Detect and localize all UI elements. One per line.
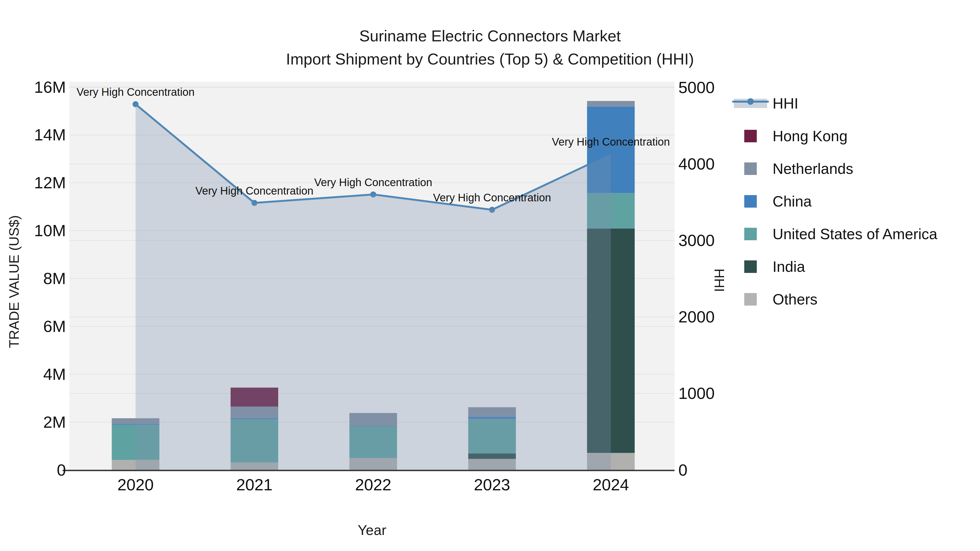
x-tick-label: 2021 <box>236 476 272 494</box>
legend-label: India <box>773 258 805 275</box>
y-left-tick-label: 10M <box>34 221 66 240</box>
x-axis-title: Year <box>69 522 675 538</box>
y-left-tick-label: 12M <box>34 174 66 192</box>
netherlands-swatch <box>744 162 757 175</box>
annotation-text: Very High Concentration <box>552 136 670 148</box>
y-left-tick-label: 16M <box>34 78 66 96</box>
y-left-tick-label: 8M <box>43 269 66 287</box>
annotation-text: Very High Concentration <box>196 185 313 197</box>
bar-segment-netherlands-2024 <box>587 101 635 106</box>
legend-label: Hong Kong <box>773 127 848 145</box>
legend-item-usa: United States of America <box>732 218 937 250</box>
legend-item-others: Others <box>732 283 937 316</box>
legend-item-china: China <box>732 185 937 218</box>
legend-item-netherlands: Netherlands <box>732 152 937 185</box>
india-swatch <box>744 260 757 273</box>
y-axis-right-title: HHI <box>711 268 727 292</box>
x-tick-label: 2024 <box>593 476 629 494</box>
hong-kong-swatch <box>744 130 757 142</box>
y-left-tick-label: 2M <box>43 413 66 431</box>
legend-item-india: India <box>732 250 937 283</box>
legend-label: United States of America <box>773 225 937 243</box>
annotation-text: Very High Concentration <box>314 176 432 188</box>
x-tick-label: 2023 <box>474 476 510 494</box>
hhi-area-swatch <box>734 99 767 108</box>
china-swatch <box>744 195 757 208</box>
y-right-tick-label: 0 <box>678 461 687 479</box>
legend-label: Netherlands <box>773 160 853 178</box>
legend-item-hong-kong: Hong Kong <box>732 120 937 152</box>
hhi-line-legend-sample <box>732 99 769 108</box>
x-tick-label: 2020 <box>117 476 154 494</box>
y-left-tick-label: 14M <box>34 126 66 144</box>
y-right-tick-label: 4000 <box>678 155 714 173</box>
y-right-tick-label: 2000 <box>678 308 714 326</box>
y-left-tick-label: 6M <box>43 317 66 335</box>
y-left-tick-label: 4M <box>43 365 66 383</box>
y-right-tick-label: 3000 <box>678 231 714 249</box>
y-left-tick-label: 0 <box>57 461 66 479</box>
chart-figure: Suriname Electric Connectors Market Impo… <box>0 0 980 551</box>
y-right-tick-label: 1000 <box>678 384 714 402</box>
others-swatch <box>744 293 757 306</box>
y-axis-left-title: TRADE VALUE (US$) <box>6 215 22 348</box>
legend-item-hhi: HHI <box>732 87 937 120</box>
annotation-text: Very High Concentration <box>433 192 551 203</box>
legend-label: HHI <box>773 95 799 112</box>
x-tick-label: 2022 <box>355 476 391 494</box>
y-right-tick-label: 5000 <box>678 78 714 97</box>
legend-label: Others <box>773 291 818 308</box>
annotation-text: Very High Concentration <box>76 86 195 98</box>
usa-swatch <box>744 228 757 240</box>
hhi-marker-icon <box>747 98 754 105</box>
chart-legend: HHI Hong Kong Netherlands China United S… <box>732 87 937 316</box>
legend-label: China <box>773 193 812 210</box>
